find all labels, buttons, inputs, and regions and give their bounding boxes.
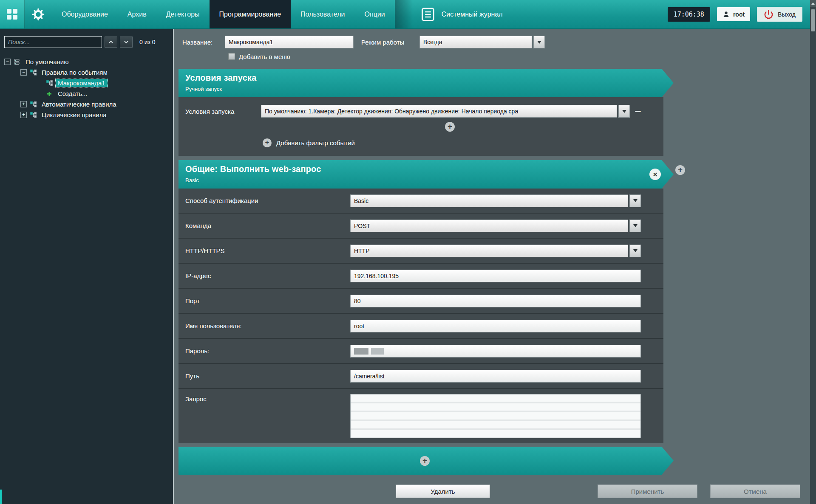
person-icon — [722, 11, 730, 18]
ip-address-input[interactable]: 192.168.100.195 — [350, 270, 641, 282]
tree-item[interactable]: Макрокоманда1 — [0, 78, 173, 88]
search-input[interactable]: Поиск... — [4, 36, 102, 48]
tree-item[interactable]: Создать... — [0, 88, 173, 99]
add-action-plus-button[interactable] — [420, 456, 430, 466]
search-placeholder: Поиск... — [8, 39, 30, 45]
macro-name-input[interactable]: Макрокоманда1 — [225, 36, 354, 48]
collapse-icon[interactable] — [4, 59, 11, 65]
tab-detectors[interactable]: Детекторы — [156, 0, 210, 28]
masked-password-block — [354, 348, 368, 355]
dropdown-button[interactable] — [629, 220, 641, 232]
journal-icon — [420, 7, 436, 22]
search-prev-button[interactable] — [105, 37, 117, 48]
remove-action-button[interactable] — [649, 169, 661, 180]
tree-item-label: По умолчанию — [23, 58, 71, 66]
add-condition-button[interactable] — [445, 122, 455, 132]
web-request-card-subtitle: Basic — [185, 177, 674, 183]
field-control — [350, 345, 641, 358]
app-menu-button[interactable] — [0, 0, 25, 28]
power-icon — [764, 9, 774, 19]
scroll-up-button[interactable] — [810, 0, 816, 7]
search-next-button[interactable] — [120, 37, 133, 48]
condition-row: Условия запуска По умолчанию: 1.Камера: … — [178, 97, 663, 118]
tree-item-label: Правила по событиям — [40, 68, 110, 76]
tab-programming[interactable]: Программирование — [210, 0, 291, 28]
collapse-icon[interactable] — [20, 69, 27, 76]
chevron-down-icon — [633, 224, 638, 227]
tab-hardware[interactable]: Оборудование — [52, 0, 118, 28]
tree-item-label: Автоматические правила — [40, 100, 119, 108]
tab-users[interactable]: Пользователи — [291, 0, 354, 28]
chevron-down-icon — [633, 249, 638, 252]
settings-button[interactable] — [25, 0, 52, 28]
field-row-port: Порт80 — [178, 289, 663, 314]
field-control: 192.168.100.195 — [350, 270, 641, 282]
command-select[interactable]: POST — [350, 220, 641, 232]
conditions-card-title: Условия запуска — [185, 73, 674, 83]
tree-item[interactable]: По умолчанию — [0, 56, 173, 67]
condition-select[interactable]: По умолчанию: 1.Камера: Детектор движени… — [261, 105, 630, 118]
input-value: /camera/list — [354, 373, 385, 380]
topbar-separator — [395, 0, 413, 28]
condition-row-label: Условия запуска — [185, 108, 261, 115]
dropdown-button[interactable] — [629, 194, 641, 207]
sidebar: Поиск... 0 из 0 По умолчаниюПравила по с… — [0, 29, 174, 504]
top-bar: ОборудованиеАрхивДетекторыПрограммирован… — [0, 0, 810, 29]
apply-button[interactable]: Применить — [598, 484, 697, 498]
request-textarea[interactable] — [350, 394, 641, 438]
add-event-filter-button[interactable]: Добавить фильтр событий — [263, 138, 663, 147]
field-row-command: КомандаPOST — [178, 214, 663, 239]
field-row-auth-method: Способ аутентификацииBasic — [178, 189, 663, 214]
input-value: 80 — [354, 298, 361, 304]
auth-method-select[interactable]: Basic — [350, 194, 641, 207]
field-label: Пароль: — [185, 347, 350, 355]
path-input[interactable]: /camera/list — [350, 370, 641, 383]
tree-item[interactable]: Правила по событиям — [0, 67, 173, 78]
web-request-card: Общие: Выполнить web-запрос Basic Способ… — [178, 160, 810, 443]
create-plus-icon — [45, 90, 53, 97]
field-control: 80 — [350, 295, 641, 307]
protocol-select[interactable]: HTTP — [350, 245, 641, 257]
device-tree: По умолчаниюПравила по событиямМакрокома… — [0, 51, 173, 120]
remove-condition-button[interactable] — [632, 105, 644, 118]
cancel-button[interactable]: Отмена — [710, 484, 800, 498]
field-row-request: Запрос — [178, 389, 663, 443]
expand-icon[interactable] — [20, 112, 27, 118]
macro-name-value: Макрокоманда1 — [229, 39, 273, 45]
scrollbar-thumb[interactable] — [811, 9, 815, 31]
username: root — [733, 11, 745, 18]
tab-archive[interactable]: Архив — [118, 0, 156, 28]
rule-icon — [29, 112, 37, 118]
expand-icon[interactable] — [20, 101, 27, 107]
tab-options[interactable]: Опции — [355, 0, 395, 28]
chevron-up-icon — [108, 40, 113, 44]
port-input[interactable]: 80 — [350, 295, 641, 307]
mode-dropdown-button[interactable] — [533, 36, 545, 48]
add-to-menu-checkbox[interactable] — [228, 53, 235, 60]
delete-button[interactable]: Удалить — [396, 484, 490, 498]
field-row-path: Путь/camera/list — [178, 364, 663, 389]
username-input[interactable]: root — [350, 320, 641, 332]
page-scrollbar[interactable] — [810, 0, 816, 504]
chevron-down-icon — [622, 110, 626, 113]
mode-value: Всегда — [419, 36, 532, 48]
rule-icon — [29, 101, 37, 108]
mode-select[interactable]: Всегда — [419, 36, 545, 48]
password-input[interactable] — [350, 345, 641, 358]
system-journal-button[interactable]: Системный журнал — [413, 0, 510, 28]
user-badge[interactable]: root — [717, 7, 750, 21]
conditions-card-subtitle: Ручной запуск — [185, 86, 674, 92]
tree-item[interactable]: Циклические правила — [0, 110, 173, 120]
exit-button[interactable]: Выход — [757, 7, 802, 22]
field-label: Имя пользователя: — [185, 322, 350, 329]
plus-circle-icon — [263, 138, 272, 147]
gear-icon — [31, 8, 45, 21]
tree-item[interactable]: Автоматические правила — [0, 99, 173, 110]
condition-dropdown-button[interactable] — [618, 105, 630, 118]
nav-tabs: ОборудованиеАрхивДетекторыПрограммирован… — [52, 0, 395, 28]
field-row-password: Пароль: — [178, 339, 663, 364]
conditions-card-header: Условия запуска Ручной запуск — [178, 69, 674, 97]
add-action-bar — [178, 447, 674, 475]
dropdown-button[interactable] — [629, 245, 641, 257]
add-action-button[interactable] — [675, 165, 685, 175]
